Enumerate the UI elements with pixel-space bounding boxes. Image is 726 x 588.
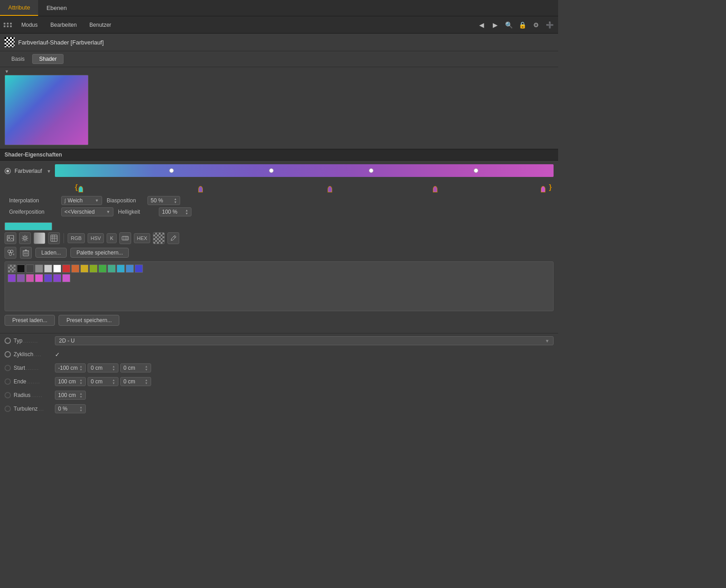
ende-radio[interactable] (5, 378, 11, 385)
turbulenz-v1[interactable]: 0 % ▲▼ (55, 404, 86, 413)
zyklisch-radio[interactable] (5, 351, 11, 358)
swatch-red[interactable] (62, 265, 70, 273)
add-icon[interactable]: ➕ (544, 20, 554, 30)
bracket-right: } (549, 183, 552, 191)
palette-speichern-button[interactable]: Palette speichern... (70, 248, 129, 258)
hsv-btn[interactable]: HSV (88, 233, 104, 243)
typ-value[interactable]: 2D - U ▼ (55, 336, 554, 345)
preview-area: ▼ (0, 67, 558, 149)
ende-v2[interactable]: 0 cm ▲▼ (88, 377, 118, 386)
toolbar-modus[interactable]: Modus (18, 21, 41, 29)
swatch-p3[interactable] (53, 274, 61, 282)
swatch-pink[interactable] (26, 274, 34, 282)
stop-handle-3[interactable] (328, 186, 332, 192)
swatch-lgray[interactable] (44, 265, 52, 273)
swatch-cyan[interactable] (117, 265, 125, 273)
greiferposition-dropdown[interactable]: <<Verschied ▼ (61, 207, 113, 216)
toolbar-benutzer[interactable]: Benutzer (86, 21, 115, 29)
checkerboard-btn[interactable] (153, 232, 165, 244)
farbverlauf-dropdown-arrow[interactable]: ▼ (47, 169, 51, 174)
gradient-knob-4[interactable] (474, 168, 478, 173)
swatch-green[interactable] (98, 265, 107, 273)
biasposition-input[interactable]: 50 % ▲ ▼ (147, 196, 180, 205)
interpolation-dropdown[interactable]: ∫ Weich ▼ (61, 196, 102, 205)
laden-button[interactable]: Laden... (35, 248, 67, 258)
gradient-knob-2[interactable] (269, 168, 274, 173)
shader-title: Farbverlauf-Shader [Farbverlauf] (18, 39, 104, 46)
preset-laden-button[interactable]: Preset laden... (5, 315, 55, 326)
toolbar-bearbeiten[interactable]: Bearbeiten (47, 21, 80, 29)
eyedropper-btn[interactable] (167, 232, 179, 244)
radius-radio[interactable] (5, 392, 11, 398)
gradient-bar[interactable] (55, 164, 554, 177)
trash-icon[interactable] (20, 247, 32, 259)
swatch-dgray[interactable] (26, 265, 34, 273)
load-palette-row: + Laden... Palette speichern... (5, 247, 554, 259)
palette-add-icon[interactable]: + (5, 247, 16, 259)
start-v2[interactable]: 0 cm ▲▼ (88, 363, 118, 372)
stop-handle-2[interactable] (198, 186, 203, 192)
tab-bar: Attribute Ebenen (0, 0, 558, 16)
helligkeit-input[interactable]: 100 % ▲ ▼ (159, 207, 191, 216)
svg-point-10 (24, 237, 26, 240)
settings-icon[interactable]: ⚙ (531, 20, 541, 30)
stop-handle-4[interactable] (433, 186, 437, 192)
swatch-p4[interactable] (62, 274, 70, 282)
svg-rect-0 (7, 235, 14, 241)
farbverlauf-radio[interactable] (5, 168, 11, 174)
preset-speichern-button[interactable]: Preset speichern... (59, 315, 119, 326)
gradient-bar-container[interactable] (55, 164, 554, 178)
hex-btn[interactable]: HEX (134, 233, 151, 243)
start-radio[interactable] (5, 365, 11, 371)
ende-v3[interactable]: 0 cm ▲▼ (120, 377, 151, 386)
start-v3[interactable]: 0 cm ▲▼ (120, 363, 151, 372)
swatch-orange[interactable] (71, 265, 79, 273)
tab-ebenen[interactable]: Ebenen (38, 0, 75, 16)
helligkeit-down[interactable]: ▼ (185, 212, 188, 215)
swatch-checker[interactable] (8, 265, 16, 273)
swatch-teal[interactable] (108, 265, 116, 273)
preview-collapse-arrow[interactable]: ▼ (5, 69, 554, 74)
texture-icon-btn[interactable] (48, 232, 60, 244)
rgb-btn[interactable]: RGB (68, 233, 85, 243)
gradient-icon-btn[interactable] (34, 232, 45, 244)
interpolation-row: Interpolation ∫ Weich ▼ Biasposition 50 … (9, 196, 549, 205)
stop-handle-5[interactable] (541, 186, 545, 192)
back-icon[interactable]: ◀ (476, 20, 486, 30)
helligkeit-up[interactable]: ▲ (185, 209, 188, 212)
radius-values: 100 cm ▲▼ (55, 391, 554, 400)
k-btn[interactable]: K (107, 233, 116, 243)
swatch-blue[interactable] (135, 265, 143, 273)
turbulenz-radio[interactable] (5, 406, 11, 412)
swatch-white[interactable] (53, 265, 61, 273)
swatch-violet[interactable] (8, 274, 16, 282)
search-icon[interactable]: 🔍 (504, 20, 514, 30)
swatch-purple[interactable] (17, 274, 25, 282)
gradient-knob-1[interactable] (169, 168, 174, 173)
biasposition-up[interactable]: ▲ (174, 197, 177, 201)
image-icon-btn[interactable] (5, 232, 16, 244)
swatch-lblue[interactable] (126, 265, 134, 273)
radius-v1[interactable]: 100 cm ▲▼ (55, 391, 86, 400)
typ-radio[interactable] (5, 338, 11, 344)
sub-tab-shader[interactable]: Shader (32, 54, 64, 64)
mix-icon-btn[interactable] (119, 232, 131, 244)
swatch-p2[interactable] (44, 274, 52, 282)
swatch-black[interactable] (17, 265, 25, 273)
tab-attribute[interactable]: Attribute (0, 0, 38, 16)
swatch-yellow[interactable] (80, 265, 88, 273)
start-v1[interactable]: -100 cm ▲▼ (55, 363, 86, 372)
sub-tab-basis[interactable]: Basis (5, 54, 31, 64)
lock-icon[interactable]: 🔒 (517, 20, 527, 30)
active-color-swatch[interactable] (5, 222, 52, 230)
ende-v1[interactable]: 100 cm ▲▼ (55, 377, 86, 386)
burst-icon-btn[interactable] (19, 232, 31, 244)
swatch-lyellow[interactable] (89, 265, 98, 273)
swatch-lpink[interactable] (35, 274, 43, 282)
stop-handle-1[interactable] (78, 186, 83, 192)
biasposition-down[interactable]: ▼ (174, 201, 177, 204)
swatch-gray[interactable] (35, 265, 43, 273)
svg-rect-16 (122, 236, 128, 240)
cursor-icon[interactable]: ▶ (490, 20, 500, 30)
gradient-knob-3[interactable] (369, 168, 373, 173)
